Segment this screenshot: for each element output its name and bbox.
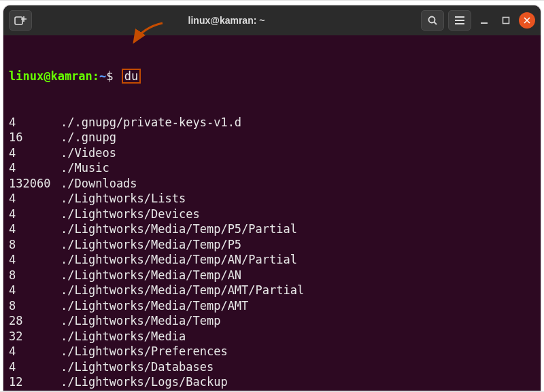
output-row: 4./Lightworks/Devices — [9, 207, 535, 222]
size-cell: 4 — [9, 115, 61, 130]
path-cell: ./Lightworks/Media — [61, 329, 535, 344]
prompt-user-host: linux@kamran — [9, 69, 92, 83]
output-row: 4./Lightworks/Media/Temp/AN/Partial — [9, 252, 535, 268]
terminal-body[interactable]: linux@kamran:~$ du 4./.gnupg/private-key… — [3, 35, 541, 391]
path-cell: ./Lightworks/Media/Temp/AN/Partial — [61, 252, 535, 268]
maximize-button[interactable] — [497, 12, 515, 29]
output-row: 4./Videos — [9, 145, 535, 161]
size-cell: 32 — [9, 329, 61, 344]
output-row: 8./Lightworks/Media/Temp/AN — [9, 268, 535, 283]
path-cell: ./Lightworks/Media/Temp/AMT/Partial — [61, 283, 535, 298]
path-cell: ./Lightworks/Media/Temp/AN — [61, 268, 535, 283]
minimize-button[interactable] — [475, 12, 493, 29]
terminal-window: linux@kamran: ~ — [3, 5, 541, 391]
path-cell: ./Lightworks/Media/Temp/P5 — [61, 237, 535, 253]
maximize-icon — [501, 16, 511, 25]
size-cell: 8 — [9, 268, 61, 283]
path-cell: ./.gnupg/private-keys-v1.d — [61, 115, 535, 130]
command-highlight: du — [122, 69, 141, 84]
path-cell: ./Lightworks/Media/Temp/AMT — [61, 298, 535, 314]
path-cell: ./Lightworks/Logs — [61, 390, 535, 391]
svg-line-4 — [435, 22, 437, 25]
path-cell: ./Lightworks/Devices — [61, 207, 535, 222]
size-cell: 4 — [9, 344, 61, 359]
size-cell: 4 — [9, 207, 61, 222]
path-cell: ./.gnupg — [61, 130, 535, 145]
output-row: 4./Lightworks/Media/Temp/P5/Partial — [9, 221, 535, 237]
output-row: 4./Lightworks/Media/Temp/AMT/Partial — [9, 283, 535, 298]
close-icon — [524, 17, 530, 24]
output-row: 16./.gnupg — [9, 130, 535, 145]
output-row: 4./Lightworks/Lists — [9, 191, 535, 207]
size-cell: 12 — [9, 374, 61, 390]
path-cell: ./Lightworks/Media/Temp/P5/Partial — [61, 221, 535, 237]
new-tab-button[interactable] — [9, 10, 32, 31]
output-row: 4./Music — [9, 160, 535, 176]
hamburger-icon — [454, 16, 465, 25]
size-cell: 4 — [9, 145, 61, 161]
size-cell: 4 — [9, 252, 61, 268]
titlebar: linux@kamran: ~ — [3, 5, 541, 35]
minimize-icon — [479, 16, 489, 25]
size-cell: 28 — [9, 313, 61, 329]
path-cell: ./Downloads — [61, 176, 535, 192]
window-title: linux@kamran: ~ — [36, 15, 417, 26]
size-cell: 16 — [9, 130, 61, 145]
svg-rect-0 — [15, 17, 22, 24]
prompt-line: linux@kamran:~$ du — [9, 69, 535, 84]
size-cell: 8 — [9, 298, 61, 314]
prompt-separator: : — [92, 69, 99, 83]
path-cell: ./Lightworks/Lists — [61, 191, 535, 207]
path-cell: ./Lightworks/Media/Temp — [61, 313, 535, 329]
search-button[interactable] — [421, 10, 444, 31]
output-row: 12./Lightworks/Logs/Backup — [9, 374, 535, 390]
output-row: 32./Lightworks/Media — [9, 329, 535, 344]
output-row: 132060./Downloads — [9, 176, 535, 192]
output-row: 4./.gnupg/private-keys-v1.d — [9, 115, 535, 130]
new-tab-icon — [14, 15, 27, 26]
svg-point-3 — [429, 17, 435, 23]
size-cell: 4 — [9, 160, 61, 176]
output-row: 8./Lightworks/Media/Temp/AMT — [9, 298, 535, 314]
size-cell: 4 — [9, 191, 61, 207]
close-button[interactable] — [519, 12, 535, 29]
prompt-path: ~ — [99, 69, 106, 83]
output-row: 28./Lightworks/Media/Temp — [9, 313, 535, 329]
menu-button[interactable] — [448, 10, 471, 31]
size-cell: 132060 — [9, 176, 61, 192]
size-cell: 32 — [9, 390, 61, 391]
svg-rect-9 — [503, 18, 509, 24]
output-row: 8./Lightworks/Media/Temp/P5 — [9, 237, 535, 253]
size-cell: 4 — [9, 359, 61, 375]
size-cell: 4 — [9, 221, 61, 237]
size-cell: 8 — [9, 237, 61, 253]
path-cell: ./Music — [61, 160, 535, 176]
command-text: du — [124, 69, 138, 83]
path-cell: ./Lightworks/Databases — [61, 359, 535, 375]
path-cell: ./Videos — [61, 145, 535, 161]
search-icon — [427, 15, 438, 26]
path-cell: ./Lightworks/Logs/Backup — [61, 374, 535, 390]
output-row: 4./Lightworks/Databases — [9, 359, 535, 375]
size-cell: 4 — [9, 283, 61, 298]
prompt-symbol: $ — [106, 69, 113, 83]
path-cell: ./Lightworks/Preferences — [61, 344, 535, 359]
output-row: 32./Lightworks/Logs — [9, 390, 535, 391]
output-row: 4./Lightworks/Preferences — [9, 344, 535, 359]
output: 4./.gnupg/private-keys-v1.d16./.gnupg4./… — [9, 115, 535, 391]
